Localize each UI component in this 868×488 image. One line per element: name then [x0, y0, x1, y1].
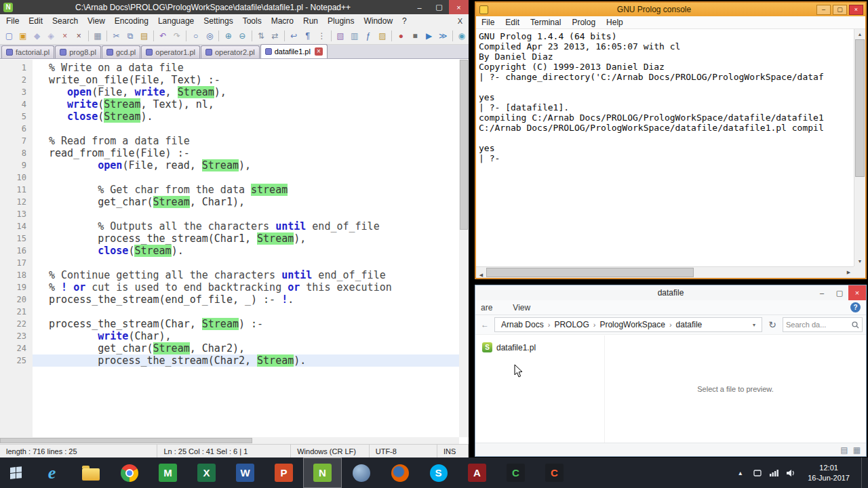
- code-editor[interactable]: 1% Write on a data file2write_on_file(Fi…: [0, 60, 459, 437]
- scroll-left-icon[interactable]: ◀: [476, 270, 486, 281]
- maximize-button[interactable]: ▢: [831, 285, 848, 300]
- new-file-icon[interactable]: ▢: [3, 29, 16, 42]
- taskbar-app-green-tile[interactable]: M: [149, 458, 187, 488]
- explorer-titlebar[interactable]: datafile – ▢ ×: [475, 285, 866, 300]
- close-file-icon[interactable]: ×: [58, 29, 71, 42]
- editor-vertical-scrollbar[interactable]: [459, 60, 469, 437]
- play-macro-icon[interactable]: ▶: [422, 29, 435, 42]
- menu-search[interactable]: Search: [47, 16, 83, 26]
- chevron-down-icon[interactable]: ▾: [749, 322, 760, 328]
- word-wrap-icon[interactable]: ↩: [288, 29, 300, 42]
- minimize-button[interactable]: –: [813, 285, 831, 300]
- find-icon[interactable]: ○: [189, 29, 202, 42]
- tab-factorial.pl[interactable]: factorial.pl: [1, 45, 54, 58]
- status-encoding[interactable]: UTF-8: [370, 445, 437, 458]
- refresh-icon[interactable]: ↻: [766, 318, 779, 331]
- taskbar-powerpoint[interactable]: P: [264, 458, 303, 488]
- ribbon-tab-share-partial[interactable]: are: [481, 303, 492, 312]
- scrollbar-thumb[interactable]: [486, 268, 694, 277]
- taskbar-app-c-orange[interactable]: C: [535, 458, 574, 488]
- tab-operator2.pl[interactable]: operator2.pl: [201, 45, 260, 58]
- menu-edit[interactable]: Edit: [24, 16, 47, 26]
- taskbar-excel[interactable]: X: [187, 458, 226, 488]
- scrollbar-thumb[interactable]: [855, 39, 865, 177]
- help-icon[interactable]: ?: [850, 302, 861, 312]
- tray-app-icon[interactable]: [752, 468, 762, 478]
- close-document-button[interactable]: X: [452, 17, 469, 25]
- back-button[interactable]: ←: [479, 319, 491, 331]
- search-box[interactable]: [783, 317, 863, 332]
- cut-icon[interactable]: ✂: [110, 29, 123, 42]
- taskbar-clock[interactable]: 12:01 16-Jun-2017: [803, 463, 854, 483]
- gprolog-titlebar[interactable]: GNU Prolog console – ▢ ×: [476, 3, 865, 16]
- taskbar-chrome[interactable]: [110, 458, 149, 488]
- console-vertical-scrollbar[interactable]: ▲ ▼: [854, 29, 865, 266]
- menu-terminal[interactable]: Terminal: [525, 18, 566, 27]
- taskbar-app-blue-circle[interactable]: [342, 458, 380, 488]
- network-icon[interactable]: [769, 468, 779, 478]
- scrollbar-thumb[interactable]: [0, 438, 252, 443]
- breadcrumb-prolog[interactable]: PROLOG: [550, 320, 593, 329]
- show-all-characters-icon[interactable]: ¶: [301, 29, 314, 42]
- taskbar-start-button[interactable]: [0, 458, 33, 488]
- run-macro-multiple-icon[interactable]: ≫: [437, 29, 450, 42]
- save-file-icon[interactable]: ◆: [31, 29, 43, 42]
- copy-icon[interactable]: ⧉: [124, 29, 137, 42]
- taskbar-file-explorer[interactable]: [71, 458, 110, 488]
- taskbar-word[interactable]: W: [226, 458, 264, 488]
- stop-macro-icon[interactable]: ■: [409, 29, 422, 42]
- sync-vertical-icon[interactable]: ⇅: [255, 29, 268, 42]
- close-button[interactable]: ×: [449, 0, 469, 14]
- taskbar-adobe-reader[interactable]: A: [458, 458, 496, 488]
- breadcrumb-datafile[interactable]: datafile: [672, 320, 707, 329]
- taskbar-skype[interactable]: S: [419, 458, 458, 488]
- document-map-icon[interactable]: ▥: [348, 29, 361, 42]
- scrollbar-thumb[interactable]: [460, 60, 468, 230]
- scroll-down-icon[interactable]: ▼: [854, 256, 865, 266]
- menu-prolog[interactable]: Prolog: [566, 18, 601, 27]
- menu-settings[interactable]: Settings: [199, 16, 237, 26]
- taskbar-firefox[interactable]: [380, 458, 419, 488]
- status-insert-mode[interactable]: INS: [437, 445, 469, 458]
- menu-run[interactable]: Run: [298, 16, 323, 26]
- sync-horizontal-icon[interactable]: ⇄: [269, 29, 281, 42]
- close-all-icon[interactable]: ×: [73, 29, 85, 42]
- user-defined-language-icon[interactable]: ▧: [334, 29, 347, 42]
- menu-plugins[interactable]: Plugins: [323, 16, 359, 26]
- menu-view[interactable]: View: [83, 16, 110, 26]
- taskbar-internet-explorer[interactable]: e: [33, 458, 71, 488]
- menu-edit[interactable]: Edit: [500, 18, 525, 27]
- monitoring-icon[interactable]: ◉: [456, 29, 469, 42]
- indent-guide-icon[interactable]: ⋮: [315, 29, 328, 42]
- notepad-titlebar[interactable]: N C:\Arnab Docs\PROLOG\PrologWorkSpace\d…: [0, 0, 469, 14]
- list-view-icon[interactable]: ▤: [840, 445, 848, 455]
- close-tab-icon[interactable]: ×: [315, 47, 323, 56]
- prolog-console-output[interactable]: GNU Prolog 1.4.4 (64 bits)Compiled Apr 2…: [476, 29, 854, 266]
- menu-window[interactable]: Window: [359, 16, 397, 26]
- scroll-up-icon[interactable]: ▲: [854, 29, 865, 39]
- show-desktop-button[interactable]: [861, 458, 866, 488]
- taskbar-notepad-plus-plus[interactable]: N: [303, 458, 342, 488]
- tab-operator1.pl[interactable]: operator1.pl: [141, 45, 200, 58]
- tab-datafile1.pl[interactable]: datafile1.pl×: [260, 44, 328, 58]
- print-icon[interactable]: ▦: [92, 29, 104, 42]
- menu-file[interactable]: File: [476, 18, 500, 27]
- save-all-icon[interactable]: ◈: [45, 29, 58, 42]
- paste-icon[interactable]: ▤: [138, 29, 151, 42]
- zoom-out-icon[interactable]: ⊖: [236, 29, 249, 42]
- menu-help[interactable]: Help: [601, 18, 629, 27]
- thumbnail-view-icon[interactable]: ▦: [853, 445, 861, 455]
- breadcrumb-bar[interactable]: Arnab Docs›PROLOG›PrologWorkSpace›datafi…: [494, 317, 762, 332]
- volume-icon[interactable]: [786, 468, 796, 478]
- taskbar-app-c-green[interactable]: C: [496, 458, 535, 488]
- function-list-icon[interactable]: ƒ: [362, 29, 375, 42]
- close-button[interactable]: ×: [848, 285, 866, 300]
- menu-file[interactable]: File: [1, 16, 24, 26]
- file-item-datafile1[interactable]: S datafile1.pl: [479, 341, 600, 354]
- status-eol-format[interactable]: Windows (CR LF): [291, 445, 370, 458]
- maximize-button[interactable]: ▢: [429, 0, 449, 14]
- hidden-icons-button[interactable]: ▴: [735, 468, 745, 478]
- redo-icon[interactable]: ↷: [171, 29, 184, 42]
- replace-icon[interactable]: ◎: [203, 29, 216, 42]
- record-macro-icon[interactable]: ●: [395, 29, 408, 42]
